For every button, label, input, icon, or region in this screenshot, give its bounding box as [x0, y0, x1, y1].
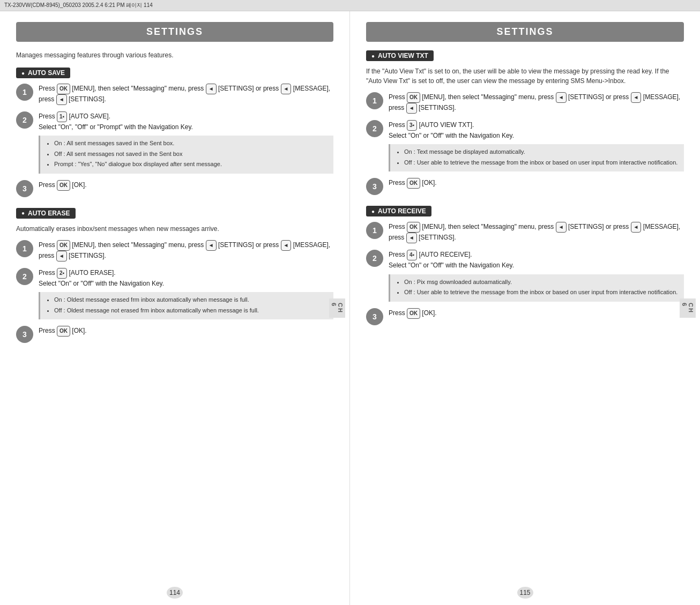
pages-container: SETTINGS Manages messaging features thro…: [0, 11, 700, 605]
ar-nav-3: ◄: [406, 233, 417, 243]
autoview-key: 3▪: [407, 120, 417, 131]
auto-erase-step-1: 1 Press OK [MENU], then select "Messagin…: [16, 240, 333, 262]
auto-erase-desc: Automatically erases inbox/sent messages…: [16, 224, 333, 234]
right-settings-header: SETTINGS: [366, 22, 684, 42]
auto-receive-step-1: 1 Press OK [MENU], then select "Messagin…: [366, 222, 684, 243]
ok-key-icon: OK: [57, 84, 70, 94]
step-circle-1: 1: [16, 84, 33, 101]
ar-step-circle-3: 3: [366, 308, 383, 325]
ar-ok-key-1: OK: [407, 222, 420, 233]
erase-nav-1: ◄: [206, 240, 217, 251]
vt-nav-3: ◄: [406, 103, 417, 114]
auto-receive-info: On : Pix msg downloaded autoamatically. …: [389, 274, 684, 302]
vt-ok-key-1: OK: [407, 92, 420, 103]
step-circle-2: 2: [16, 111, 33, 129]
auto-save-step-3: 3 Press OK [OK].: [16, 180, 333, 197]
right-page-number: 115: [517, 587, 533, 599]
nav-key-3: ◄: [56, 94, 67, 105]
autoerase-key: 2▪: [57, 268, 67, 279]
ar-nav-2: ◄: [631, 222, 642, 233]
erase-step-circle-3: 3: [16, 326, 33, 343]
auto-receive-step-3: 3 Press OK [OK].: [366, 308, 684, 325]
vt-step-1-content: Press OK [MENU], then select "Messaging"…: [389, 92, 684, 114]
top-bar-text: TX-230VW(CDM-8945)_050203 2005.2.4 6:21 …: [4, 2, 153, 8]
ar-step-circle-2: 2: [366, 250, 383, 267]
page-right: SETTINGS AUTO VIEW TXT If the "Auto View…: [350, 11, 700, 605]
right-ch-label: CH6: [680, 298, 696, 318]
ar-nav-1: ◄: [556, 222, 567, 233]
ar-ok-key-3: OK: [407, 308, 420, 319]
nav-key-2: ◄: [281, 84, 292, 94]
auto-receive-step-2: 2 Press 4▪ [AUTO RECEIVE].Select "On" or…: [366, 250, 684, 301]
autosave-key: 1▪: [57, 111, 67, 122]
step-circle-3: 3: [16, 180, 33, 197]
vt-ok-key-3: OK: [407, 178, 420, 189]
erase-step-1-content: Press OK [MENU], then select "Messaging"…: [39, 240, 333, 262]
erase-step-3-content: Press OK [OK].: [39, 326, 333, 337]
section-auto-save: AUTO SAVE 1 Press OK [MENU], then select…: [16, 68, 333, 197]
view-txt-step-1: 1 Press OK [MENU], then select "Messagin…: [366, 92, 684, 114]
ok-key-3: OK: [57, 180, 70, 191]
erase-nav-3: ◄: [56, 251, 67, 262]
left-settings-header: SETTINGS: [16, 22, 333, 42]
auto-view-txt-info: On : Text message be displayed automatic…: [389, 144, 684, 171]
auto-receive-title: AUTO RECEIVE: [366, 206, 431, 216]
page-left: SETTINGS Manages messaging features thro…: [0, 11, 350, 605]
section-auto-receive: AUTO RECEIVE 1 Press OK [MENU], then sel…: [366, 206, 684, 325]
vt-nav-2: ◄: [631, 92, 642, 103]
left-ch-label: CH6: [329, 298, 345, 318]
top-bar: TX-230VW(CDM-8945)_050203 2005.2.4 6:21 …: [0, 0, 700, 11]
ar-step-3-content: Press OK [OK].: [389, 308, 684, 319]
auto-save-step-2: 2 Press 1▪ [AUTO SAVE].Select "On", "Off…: [16, 111, 333, 174]
erase-ok-key-3: OK: [57, 326, 70, 337]
auto-erase-title: AUTO ERASE: [16, 208, 76, 219]
step-2-content: Press 1▪ [AUTO SAVE].Select "On", "Off" …: [39, 111, 333, 174]
vt-step-circle-2: 2: [366, 120, 383, 137]
vt-step-circle-1: 1: [366, 92, 383, 109]
auto-view-txt-title: AUTO VIEW TXT: [366, 50, 434, 61]
auto-save-info: On : All sent messages saved in the Sent…: [39, 136, 333, 174]
auto-erase-info: On : Oldest message erased frm inbox aut…: [39, 292, 333, 319]
vt-step-2-content: Press 3▪ [AUTO VIEW TXT].Select "On" or …: [389, 120, 684, 171]
section-auto-view-txt: AUTO VIEW TXT If the "Auto View Txt" is …: [366, 50, 684, 195]
autoreceive-key: 4▪: [407, 250, 417, 260]
vt-nav-1: ◄: [556, 92, 567, 103]
vt-step-3-content: Press OK [OK].: [389, 178, 684, 189]
ar-step-2-content: Press 4▪ [AUTO RECEIVE].Select "On" or "…: [389, 250, 684, 301]
section-auto-erase: AUTO ERASE Automatically erases inbox/se…: [16, 208, 333, 343]
erase-ok-key-1: OK: [57, 240, 70, 251]
auto-erase-step-2: 2 Press 2▪ [AUTO ERASE].Select "On" or "…: [16, 268, 333, 319]
erase-nav-2: ◄: [281, 240, 292, 251]
vt-step-circle-3: 3: [366, 178, 383, 195]
erase-step-2-content: Press 2▪ [AUTO ERASE].Select "On" or "Of…: [39, 268, 333, 319]
step-3-content: Press OK [OK].: [39, 180, 333, 191]
auto-save-title: AUTO SAVE: [16, 68, 70, 78]
erase-step-circle-2: 2: [16, 268, 33, 285]
auto-save-step-1: 1 Press OK [MENU], then select "Messagin…: [16, 84, 333, 105]
left-intro: Manages messaging features through vario…: [16, 50, 333, 60]
step-1-content: Press OK [MENU], then select "Messaging"…: [39, 84, 333, 105]
left-page-number: 114: [167, 587, 183, 599]
erase-step-circle-1: 1: [16, 240, 33, 257]
auto-view-txt-desc: If the "Auto View Txt" is set to on, the…: [366, 66, 684, 86]
ar-step-1-content: Press OK [MENU], then select "Messaging"…: [389, 222, 684, 243]
view-txt-step-3: 3 Press OK [OK].: [366, 178, 684, 195]
auto-erase-step-3: 3 Press OK [OK].: [16, 326, 333, 343]
ar-step-circle-1: 1: [366, 222, 383, 239]
nav-key-1: ◄: [206, 84, 217, 94]
view-txt-step-2: 2 Press 3▪ [AUTO VIEW TXT].Select "On" o…: [366, 120, 684, 171]
